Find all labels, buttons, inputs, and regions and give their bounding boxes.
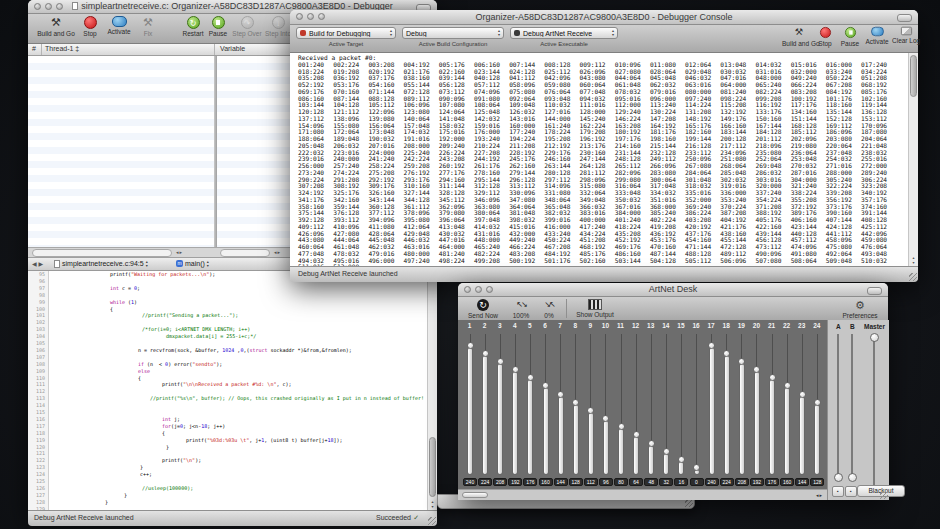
channel-fader-knob[interactable] (467, 342, 474, 349)
channel-fader-knob[interactable] (648, 440, 655, 447)
pause-button[interactable]: Pause (206, 16, 230, 37)
toolbar-button-label: Fix (138, 30, 158, 37)
board-hscrollbar[interactable]: ◂▸ (458, 489, 827, 500)
symbol-breadcrumb[interactable]: m main() ▴▾ (176, 260, 209, 268)
channel-fader-knob[interactable] (693, 464, 700, 471)
build-and-go-button[interactable]: ⚒Build and Go (782, 26, 816, 47)
toolbar-toggle-button[interactable] (897, 14, 912, 22)
variable-hscrollbar[interactable] (220, 249, 270, 257)
restart-button[interactable]: ↻Restart (180, 16, 206, 37)
channel-number: 1 (463, 322, 477, 329)
thread-hscrollbar[interactable] (32, 249, 172, 257)
editor-vscrollbar[interactable]: ▴▾ (427, 271, 437, 510)
resize-grip[interactable] (880, 491, 888, 499)
channel-fader-knob[interactable] (542, 382, 549, 389)
line-number: 99 (29, 299, 45, 305)
channel-fader-knob[interactable] (618, 423, 625, 430)
master-slider[interactable] (870, 333, 879, 342)
send-now-button[interactable]: ↻ Send Now (464, 299, 502, 319)
code-token: ); (216, 361, 222, 367)
active-target-popup[interactable]: Build for Debugging▴▾ (296, 27, 396, 39)
channel-fader-knob[interactable] (497, 358, 504, 365)
channel-fader-knob[interactable] (587, 407, 594, 414)
channel-fader-knob[interactable] (602, 415, 609, 422)
board-hscroll-thumb[interactable] (462, 492, 488, 498)
channel-value-box: 144 (554, 478, 568, 486)
resize-grip[interactable] (909, 273, 917, 281)
scroll-arrows[interactable]: ◂▸ (176, 249, 183, 255)
pause-button[interactable]: Pause (838, 26, 862, 47)
gear-icon: ⚙ (838, 299, 882, 311)
submaster-a-slider[interactable] (834, 473, 843, 482)
channel-fader-knob[interactable] (784, 382, 791, 389)
show-output-button[interactable]: Show Output (574, 299, 616, 318)
channel-fader-knob[interactable] (769, 374, 776, 381)
editor-vscroll-thumb[interactable] (429, 437, 436, 497)
submaster-b-slider[interactable] (848, 473, 857, 482)
thread-num-column-header[interactable]: # (32, 45, 36, 52)
console-vscroll-thumb[interactable] (910, 55, 917, 97)
thread-column-header[interactable]: Thread-1 ‡ (45, 45, 79, 52)
channel-fader-knob[interactable] (572, 399, 579, 406)
active-executable-popup[interactable]: Debug ArtNet Receive▴▾ (510, 27, 618, 39)
scroll-arrows[interactable]: ▴▾ (428, 499, 437, 509)
channel-number: 12 (629, 322, 643, 329)
dmx-channel-value: 509:048 (826, 258, 861, 265)
fader-track (696, 334, 697, 474)
scroll-arrows[interactable]: ◂▸ (274, 249, 281, 255)
activate-button[interactable]: Activate (864, 26, 890, 45)
code-line: //printf("Sending a packet..."); (50, 312, 427, 318)
toolbar-toggle-button[interactable] (867, 287, 882, 295)
submaster-b-button[interactable]: ▪ (845, 486, 857, 497)
channel-fader-knob[interactable] (814, 399, 821, 406)
build-and-go-button[interactable]: ⚒Build and Go (36, 16, 76, 37)
resize-grip[interactable] (685, 499, 693, 507)
fix-icon: ⚒ (138, 16, 158, 29)
clear-log-button[interactable]: Clear Log (892, 26, 920, 44)
console-log-area[interactable]: Received a packet #0: 001:240002:224003:… (290, 53, 918, 266)
code-line: printf("\n\nReceived a packet #%d: \n", … (50, 381, 427, 387)
channel-fader-knob[interactable] (633, 431, 640, 438)
code-token: j; (171, 416, 180, 422)
resize-grip[interactable] (428, 517, 436, 525)
code-line: printf("\n"); (50, 457, 427, 463)
thread-list[interactable] (28, 56, 214, 247)
nav-back-forward[interactable]: ◀▶ (32, 260, 45, 267)
full-level-button[interactable]: ↖↘ 100% (508, 299, 534, 319)
variable-column-header[interactable]: Variable (220, 45, 245, 52)
file-breadcrumb[interactable]: simpleartnetreceive.c:94:5 ▴▾ (54, 260, 148, 268)
code-token: int (110, 285, 119, 291)
symbol-breadcrumb-label: main() (185, 260, 205, 267)
channel-fader-knob[interactable] (753, 366, 760, 373)
console-vscrollbar[interactable]: ▴▾ (908, 53, 918, 266)
channel-number: 4 (508, 322, 522, 329)
channel-fader-knob[interactable] (738, 358, 745, 365)
activate-button[interactable]: Activate (104, 16, 134, 35)
channel-fader-knob[interactable] (527, 374, 534, 381)
console-titlebar[interactable]: Organizer-A58DC83D1287AC9800A3E8D0 - Deb… (290, 10, 918, 25)
submaster-a-button[interactable]: ▪ (832, 486, 844, 497)
console-window: Organizer-A58DC83D1287AC9800A3E8D0 - Deb… (290, 10, 918, 281)
dmx-channel-value: 496:000 (368, 258, 403, 265)
preferences-button[interactable]: ⚙ Preferences (838, 299, 882, 319)
stop-button[interactable]: Stop (814, 26, 836, 47)
channel-fader-knob[interactable] (482, 350, 489, 357)
artnet-titlebar[interactable]: ArtNet Desk (458, 283, 888, 297)
channel-fader-knob[interactable] (678, 456, 685, 463)
scroll-arrows[interactable]: ▴▾ (909, 255, 918, 265)
scroll-arrows[interactable]: ◂▸ (816, 492, 823, 498)
active-build-configuration-popup[interactable]: Debug▴▾ (402, 27, 504, 39)
zero-level-button[interactable]: ↘↖ 0% (538, 299, 560, 319)
channel-fader-knob[interactable] (663, 448, 670, 455)
stop-button[interactable]: Stop (78, 16, 102, 37)
channel-fader-knob[interactable] (708, 342, 715, 349)
popup-caption: Active Executable (510, 41, 618, 47)
channel-value-box: 160 (539, 478, 553, 486)
channel-fader-knob[interactable] (723, 350, 730, 357)
channel-fader-knob[interactable] (799, 391, 806, 398)
channel-fader-knob[interactable] (512, 366, 519, 373)
code-editor[interactable]: 9596979899100101102103104105106107108109… (28, 271, 437, 510)
console-statusbar: Debug ArtNet Receive launched (290, 266, 918, 282)
fader-level-bar (740, 364, 744, 474)
channel-fader-knob[interactable] (557, 391, 564, 398)
